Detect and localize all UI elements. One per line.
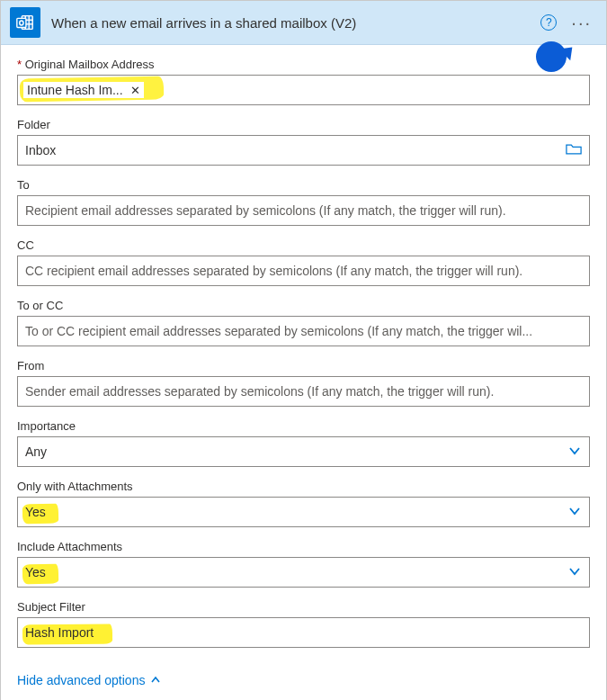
value-only-attachments: Yes: [25, 505, 46, 519]
folder-picker-icon[interactable]: [566, 142, 582, 159]
value-subject-filter: Hash Import: [25, 625, 94, 640]
field-subject-filter: Subject Filter Hash Import: [17, 600, 590, 648]
chevron-down-icon: [567, 504, 582, 521]
label-only-attachments: Only with Attachments: [17, 480, 590, 493]
input-cc[interactable]: CC recipient email addresses separated b…: [17, 256, 590, 286]
mailbox-tag-label: Intune Hash Im...: [27, 83, 123, 97]
field-to: To Recipient email addresses separated b…: [17, 178, 590, 226]
chevron-down-icon: [567, 444, 582, 461]
input-to[interactable]: Recipient email addresses separated by s…: [17, 195, 590, 226]
card-title: When a new email arrives in a shared mai…: [51, 15, 540, 31]
card-header[interactable]: When a new email arrives in a shared mai…: [1, 1, 606, 45]
chevron-up-icon: [150, 675, 161, 686]
select-include-attachments[interactable]: Yes: [17, 557, 590, 588]
select-only-attachments[interactable]: Yes: [17, 497, 590, 527]
label-mailbox: Original Mailbox Address: [17, 58, 590, 71]
label-importance: Importance: [17, 419, 590, 433]
field-include-attachments: Include Attachments Yes: [17, 540, 590, 588]
mailbox-tag[interactable]: Intune Hash Im... ✕: [23, 82, 144, 98]
input-folder[interactable]: Inbox: [17, 135, 590, 166]
card-body: Original Mailbox Address Intune Hash Im.…: [1, 45, 606, 700]
more-menu-icon[interactable]: ···: [571, 18, 592, 27]
select-importance[interactable]: Any: [17, 436, 590, 467]
input-subject-filter[interactable]: Hash Import: [17, 617, 590, 648]
hide-advanced-label: Hide advanced options: [17, 673, 145, 687]
close-icon[interactable]: ✕: [130, 84, 140, 97]
label-subject-filter: Subject Filter: [17, 600, 590, 614]
label-from: From: [17, 359, 590, 372]
label-tocc: To or CC: [17, 299, 590, 312]
field-mailbox: Original Mailbox Address Intune Hash Im.…: [17, 58, 590, 105]
hide-advanced-options[interactable]: Hide advanced options: [17, 673, 161, 687]
label-cc: CC: [17, 238, 590, 252]
value-folder: Inbox: [25, 143, 56, 157]
field-from: From Sender email addresses separated by…: [17, 359, 590, 407]
chevron-down-icon: [567, 564, 582, 581]
field-importance: Importance Any: [17, 419, 590, 467]
field-cc: CC CC recipient email addresses separate…: [17, 238, 590, 286]
input-mailbox[interactable]: Intune Hash Im... ✕: [17, 75, 590, 105]
label-to: To: [17, 178, 590, 192]
help-icon[interactable]: ?: [540, 14, 557, 31]
field-tocc: To or CC To or CC recipient email addres…: [17, 299, 590, 346]
value-importance: Any: [25, 444, 47, 459]
svg-rect-5: [17, 18, 26, 27]
trigger-card: When a new email arrives in a shared mai…: [0, 0, 607, 700]
label-folder: Folder: [17, 118, 590, 131]
outlook-icon: [10, 7, 40, 38]
label-include-attachments: Include Attachments: [17, 540, 590, 553]
input-from[interactable]: Sender email addresses separated by semi…: [17, 376, 590, 407]
field-only-attachments: Only with Attachments Yes: [17, 480, 590, 527]
input-tocc[interactable]: To or CC recipient email addresses separ…: [17, 316, 590, 346]
field-folder: Folder Inbox: [17, 118, 590, 166]
value-include-attachments: Yes: [25, 565, 46, 579]
